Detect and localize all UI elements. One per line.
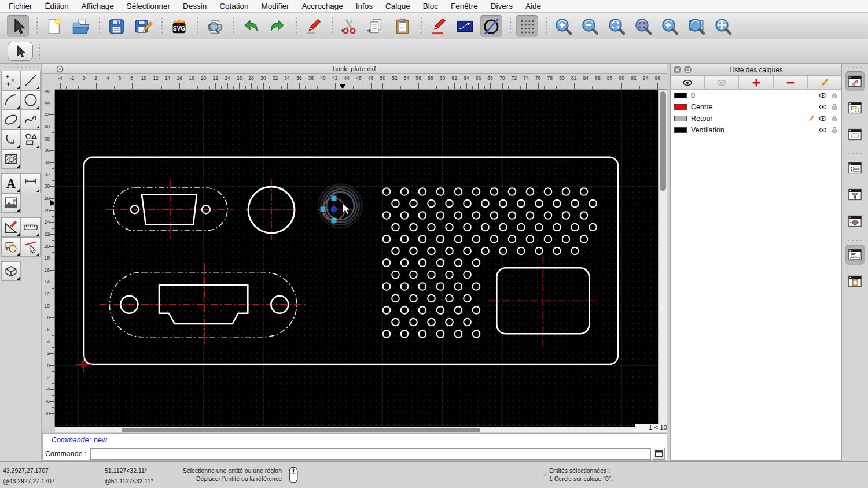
polyline-tool-button[interactable] <box>1 130 21 149</box>
svg-export-button[interactable]: SVG <box>168 15 190 37</box>
circle-centerline[interactable] <box>245 179 297 240</box>
line-tool-button[interactable] <box>21 71 41 90</box>
dimension-tool-button[interactable] <box>21 173 41 193</box>
save-as-button[interactable] <box>132 15 154 37</box>
selection-handle[interactable] <box>332 218 337 223</box>
wall-widget-button[interactable] <box>845 211 865 231</box>
layer-list-widget-button[interactable] <box>845 71 865 91</box>
filter-widget-button[interactable] <box>845 184 865 205</box>
menu-accrochage[interactable]: Accrochage <box>295 2 349 10</box>
menu-modifier[interactable]: Modifier <box>255 2 295 10</box>
entity-list-widget-button[interactable] <box>845 158 865 178</box>
construction-tool-button[interactable] <box>1 217 21 237</box>
menu-aide[interactable]: Aide <box>519 2 547 10</box>
restrict-circle-button[interactable] <box>480 15 502 37</box>
measure-distance-button[interactable] <box>454 15 476 37</box>
menu-fichier[interactable]: Fichier <box>2 2 39 10</box>
drawing-canvas[interactable] <box>55 90 658 427</box>
layer-color-swatch[interactable] <box>674 93 687 98</box>
ellipse-tool-button[interactable] <box>1 110 21 130</box>
zoom-auto-button[interactable] <box>605 15 627 37</box>
zoom-window-button[interactable] <box>685 15 707 37</box>
layer-visibility-icon[interactable] <box>818 114 827 123</box>
print-preview-button[interactable] <box>204 15 226 37</box>
layer-lock-icon[interactable] <box>830 114 839 123</box>
open-file-button[interactable] <box>69 15 91 37</box>
layer-row-ventilation[interactable]: Ventilation <box>671 124 841 136</box>
block-tool-button[interactable] <box>1 237 21 257</box>
new-file-button[interactable] <box>43 15 65 37</box>
box3d-tool-button[interactable] <box>1 261 21 281</box>
menu-bloc[interactable]: Bloc <box>417 2 444 10</box>
horizontal-scrollbar[interactable] <box>55 427 639 432</box>
show-all-layers-button[interactable] <box>671 76 705 89</box>
clipboard-widget-button[interactable] <box>845 271 865 291</box>
block-list-widget-button[interactable] <box>845 98 865 118</box>
select-cursor-button[interactable] <box>7 15 29 37</box>
layer-color-swatch[interactable] <box>674 127 687 133</box>
menu-divers[interactable]: Divers <box>484 2 519 10</box>
measure-tool-button[interactable] <box>21 217 41 237</box>
points-tool-button[interactable] <box>1 71 21 90</box>
shapes-tool-button[interactable] <box>21 130 41 149</box>
modify-tool-button[interactable] <box>21 237 41 257</box>
toolbar-drag-handle[interactable] <box>847 66 863 69</box>
selection-center-handle[interactable] <box>331 206 337 213</box>
menu-dessin[interactable]: Dessin <box>176 2 213 10</box>
ventilation-holes[interactable] <box>383 188 597 338</box>
menu-fenetre[interactable]: Fenêtre <box>444 2 484 10</box>
toolbar-drag-handle[interactable] <box>3 66 38 69</box>
paste-button[interactable] <box>391 15 413 37</box>
vga-centerline[interactable] <box>106 180 233 239</box>
menu-calque[interactable]: Calque <box>379 2 417 10</box>
image-tool-button[interactable] <box>1 193 21 213</box>
cut-button[interactable] <box>338 15 360 37</box>
menu-cotation[interactable]: Cotation <box>213 2 255 10</box>
horizontal-scrollbar-thumb[interactable] <box>122 428 480 432</box>
zoom-pan-button[interactable] <box>712 15 734 37</box>
vertical-scrollbar-thumb[interactable] <box>660 91 666 191</box>
delete-entity-button[interactable] <box>302 15 324 37</box>
menu-edition[interactable]: Édition <box>39 2 75 10</box>
library-widget-button[interactable] <box>845 124 865 145</box>
edit-layer-button[interactable] <box>808 76 841 89</box>
text-tool-button[interactable]: A <box>1 173 21 193</box>
zoom-in-button[interactable] <box>552 15 574 37</box>
menu-affichage[interactable]: Affichage <box>75 2 120 10</box>
zoom-previous-button[interactable] <box>659 15 681 37</box>
redo-button[interactable] <box>266 15 288 37</box>
close-panel-button[interactable] <box>674 66 681 73</box>
hatch-tool-button[interactable] <box>1 149 21 169</box>
zoom-out-button[interactable] <box>579 15 601 37</box>
layer-visibility-icon[interactable] <box>818 125 827 135</box>
layer-visibility-icon[interactable] <box>818 102 827 112</box>
layer-lock-icon[interactable] <box>830 125 839 135</box>
hdmi-centerline[interactable] <box>100 263 308 346</box>
draw-pencil-button[interactable] <box>427 15 449 37</box>
layer-row-0[interactable]: 0 <box>671 90 841 101</box>
layer-lock-icon[interactable] <box>830 91 839 100</box>
spline-tool-button[interactable] <box>21 110 41 130</box>
menu-infos[interactable]: Infos <box>350 2 379 10</box>
selection-handle[interactable] <box>332 196 337 201</box>
undo-button[interactable] <box>240 15 262 37</box>
add-layer-button[interactable] <box>739 76 773 89</box>
arc-tool-button[interactable] <box>1 90 21 110</box>
document-tab-title[interactable]: back_plate.dxf <box>42 65 667 72</box>
layer-row-retour[interactable]: Retour <box>671 113 841 124</box>
save-file-button[interactable] <box>105 15 127 37</box>
vertical-scrollbar[interactable] <box>658 90 667 427</box>
command-input[interactable] <box>90 448 651 460</box>
selection-tool-option-button[interactable] <box>8 42 33 61</box>
grid-snap-button[interactable] <box>516 15 538 37</box>
menu-selectionner[interactable]: Sélectionner <box>120 2 176 10</box>
circle-tool-button[interactable] <box>21 90 41 110</box>
cutout-centerline[interactable] <box>488 256 598 346</box>
layer-lock-icon[interactable] <box>830 102 839 112</box>
zoom-selected-button[interactable] <box>632 15 654 37</box>
copy-button[interactable] <box>365 15 387 37</box>
command-widget-button[interactable] <box>845 245 865 265</box>
selection-handle[interactable] <box>321 207 326 212</box>
hide-all-layers-button[interactable] <box>705 76 739 89</box>
layer-visibility-icon[interactable] <box>818 91 827 100</box>
